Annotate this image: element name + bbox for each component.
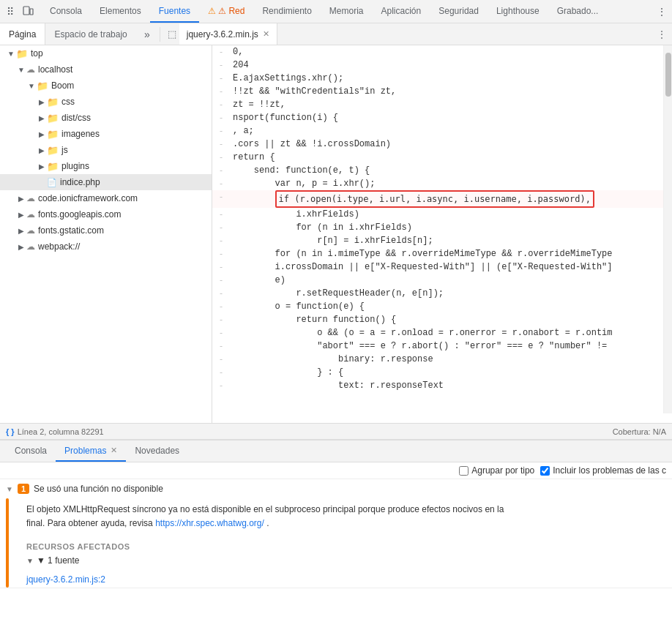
file-tab-options-icon[interactable]: ⋮ <box>654 27 669 42</box>
bottom-panel: Consola Problemas ✕ Novedades Agrupar po… <box>0 439 672 630</box>
issue-row: El objeto XMLHttpRequest síncrono ya no … <box>6 498 672 588</box>
code-content[interactable]: - 0, - 204 - E.ajaxSettings.xhr(); - !!z… <box>212 45 672 423</box>
tree-item-ionic[interactable]: ▶ ☁ code.ionicframework.com <box>0 190 212 206</box>
problems-tab-close[interactable]: ✕ <box>111 446 117 455</box>
tree-item-googleapis[interactable]: ▶ ☁ fonts.googleapis.com <box>0 206 212 222</box>
tree-item-distcss[interactable]: ▶ 📁 dist/css <box>0 110 212 126</box>
line-marker: - <box>215 190 227 203</box>
folder-icon-plugins: 📁 <box>47 161 59 172</box>
issue-description-line2: final. Para obtener ayuda, revisa <box>26 518 153 528</box>
line-marker: - <box>215 379 227 392</box>
tree-item-localhost[interactable]: ▼ ☁ localhost <box>0 61 212 78</box>
tab-performance[interactable]: Rendimiento <box>253 0 320 23</box>
code-line-8: - .cors || zt && !i.crossDomain) <box>212 138 672 151</box>
svg-rect-1 <box>30 9 33 15</box>
status-coverage: Cobertura: N/A <box>613 427 666 436</box>
resources-section: RECURSOS AFECTADOS ▼ ▼ 1 fuente <box>15 538 672 571</box>
line-marker: - <box>215 72 227 85</box>
tab-elements[interactable]: Elementos <box>91 0 150 23</box>
include-problems-label[interactable]: Incluir los problemas de las c <box>540 465 666 476</box>
issue-link[interactable]: https://xhr.spec.whatwg.org/ <box>155 518 264 528</box>
tree-label-indice: indice.php <box>60 177 100 187</box>
line-marker: - <box>215 124 227 138</box>
tab-console-bottom[interactable]: Consola <box>6 440 56 462</box>
devtools-more-icon[interactable]: ⋮ <box>654 4 669 19</box>
tab-recorder[interactable]: Grabado... <box>548 0 608 23</box>
folder-icon-imagenes: 📁 <box>47 129 59 140</box>
tab-console[interactable]: Consola <box>41 0 91 23</box>
folder-icon-top: 📁 <box>16 48 28 59</box>
bottom-toolbar: Agrupar por tipo Incluir los problemas d… <box>0 462 672 479</box>
vertical-scrollbar[interactable] <box>663 45 672 413</box>
tree-item-plugins[interactable]: ▶ 📁 plugins <box>0 158 212 174</box>
line-marker: - <box>215 138 227 151</box>
code-line-17: - i.crossDomain || e["X-Requested-With"]… <box>212 260 672 274</box>
tab-security[interactable]: Seguridad <box>430 0 488 23</box>
code-line-16: - for (n in i.mimeType && r.overrideMime… <box>212 247 672 260</box>
code-line-4: - !!zt && "withCredentials"in zt, <box>212 85 672 98</box>
code-editor: - 0, - 204 - E.ajaxSettings.xhr(); - !!z… <box>212 45 672 423</box>
tree-item-boom[interactable]: ▼ 📁 Boom <box>0 78 212 94</box>
line-marker: - <box>215 300 227 313</box>
vscroll-thumb <box>665 53 671 97</box>
tab-lighthouse[interactable]: Lighthouse <box>488 0 548 23</box>
code-text: 204 <box>233 59 249 72</box>
tab-news-bottom[interactable]: Novedades <box>126 440 188 462</box>
device-icon[interactable] <box>20 4 35 19</box>
close-file-tab-icon[interactable]: ✕ <box>263 29 269 39</box>
tree-label-imagenes: imagenes <box>61 129 100 139</box>
tab-more-button[interactable]: » <box>139 26 155 42</box>
source-file-link[interactable]: jquery-3.6.2.min.js:2 <box>15 571 672 588</box>
code-text: binary: r.response <box>233 353 433 366</box>
tree-label-plugins: plugins <box>61 161 89 171</box>
include-problems-checkbox[interactable] <box>540 466 550 476</box>
code-text: send: function(e, t) { <box>233 164 370 177</box>
issue-header[interactable]: ▼ 1 Se usó una función no disponible <box>0 479 672 498</box>
line-marker: - <box>215 151 227 164</box>
page-workspace-tabs: Página Espacio de trabajo » <box>0 23 155 45</box>
code-line-7: - , a; <box>212 124 672 138</box>
inspector-icon[interactable]: ⠿ <box>3 4 18 19</box>
tab-network[interactable]: ⚠ ⚠ Red <box>199 0 253 23</box>
group-by-type-checkbox[interactable] <box>459 466 468 476</box>
tab-application[interactable]: Aplicación <box>373 0 430 23</box>
cloud-icon-googleapis: ☁ <box>26 209 35 220</box>
tab-page[interactable]: Página <box>0 23 45 45</box>
code-line-19: - r.setRequestHeader(n, e[n]); <box>212 287 672 300</box>
tree-item-imagenes[interactable]: ▶ 📁 imagenes <box>0 126 212 142</box>
tree-item-gstatic[interactable]: ▶ ☁ fonts.gstatic.com <box>0 222 212 239</box>
line-marker: - <box>215 59 227 72</box>
tree-item-js[interactable]: ▶ 📁 js <box>0 142 212 158</box>
line-marker: - <box>215 234 227 247</box>
tab-problems-bottom[interactable]: Problemas ✕ <box>56 440 126 462</box>
tab-sources[interactable]: Fuentes <box>150 0 199 23</box>
tree-item-top[interactable]: ▼ 📁 top <box>0 45 212 61</box>
line-marker: - <box>215 111 227 124</box>
group-by-type-label[interactable]: Agrupar por tipo <box>459 465 534 476</box>
code-line-22: - o && (o = a = r.onload = r.onerror = r… <box>212 326 672 340</box>
code-line-14: - for (n in i.xhrFields) <box>212 221 672 234</box>
file-tabs-bar: Página Espacio de trabajo » ⬚ jquery-3.6… <box>0 23 672 45</box>
tree-item-css[interactable]: ▶ 📁 css <box>0 94 212 110</box>
tab-memory[interactable]: Memoria <box>321 0 373 23</box>
tree-arrow-imagenes: ▶ <box>37 130 47 138</box>
cloud-icon-ionic: ☁ <box>26 193 35 203</box>
issue-title: Se usó una función no disponible <box>34 484 163 494</box>
issue-left-bar <box>6 498 9 588</box>
toolbar-icons: ⠿ <box>3 4 35 19</box>
tree-label-gstatic: fonts.gstatic.com <box>38 225 104 236</box>
open-file-tab[interactable]: jquery-3.6.2.min.js ✕ <box>179 23 277 45</box>
tree-item-indice[interactable]: 📄 indice.php <box>0 174 212 190</box>
tree-label-ionic: code.ionicframework.com <box>38 193 138 203</box>
code-line-9: - return { <box>212 151 672 164</box>
issue-period: . <box>266 518 269 528</box>
tree-label-localhost: localhost <box>38 64 72 75</box>
code-text: r.setRequestHeader(n, e[n]); <box>233 287 444 300</box>
sidebar-toggle-icon[interactable]: ⬚ <box>165 27 179 42</box>
tree-arrow-gstatic: ▶ <box>16 227 26 235</box>
code-line-5: - zt = !!zt, <box>212 98 672 111</box>
line-marker: - <box>215 221 227 234</box>
tab-workspace[interactable]: Espacio de trabajo <box>45 23 135 45</box>
tree-item-webpack[interactable]: ▶ ☁ webpack:// <box>0 239 212 255</box>
line-marker: - <box>215 326 227 340</box>
